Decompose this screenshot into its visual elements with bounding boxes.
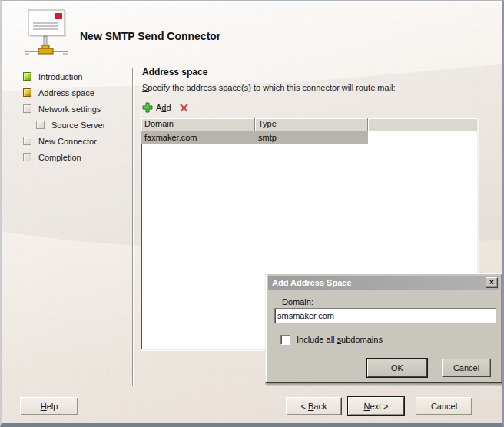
step-status-icon	[23, 72, 32, 81]
dialog-cancel-button[interactable]: Cancel	[442, 359, 491, 377]
sidebar-divider	[132, 68, 133, 386]
instruction-text: Specify the address space(s) to which th…	[142, 83, 396, 92]
next-button[interactable]: Next >	[348, 397, 404, 415]
smtp-connector-icon	[22, 7, 71, 64]
page-title: New SMTP Send Connector	[80, 30, 220, 42]
delete-x-icon	[179, 103, 189, 113]
sidebar-item-new-connector: New Connector	[23, 133, 132, 149]
sidebar-item-address-space: Address space	[23, 84, 132, 101]
add-address-space-dialog: Add Address Space × Domain: Include all …	[265, 273, 502, 383]
column-header-empty[interactable]	[368, 118, 477, 131]
delete-button[interactable]	[179, 103, 189, 113]
close-button[interactable]: ×	[486, 277, 498, 288]
dialog-titlebar[interactable]: Add Address Space ×	[268, 276, 499, 290]
column-header-domain[interactable]: Domain	[141, 118, 255, 131]
add-button[interactable]: Add	[142, 102, 171, 113]
cell-type: smtp	[255, 131, 368, 144]
step-label: Address space	[38, 88, 94, 98]
include-subdomains-checkbox[interactable]	[280, 335, 290, 345]
list-toolbar: Add	[142, 101, 189, 114]
domain-label: Domain:	[282, 297, 313, 306]
step-label: Completion	[38, 153, 81, 162]
step-label: Introduction	[38, 72, 82, 81]
step-status-icon	[23, 137, 32, 145]
plus-icon	[142, 102, 153, 113]
step-status-icon	[23, 88, 32, 97]
ok-button[interactable]: OK	[367, 359, 427, 377]
close-icon: ×	[489, 279, 494, 286]
sidebar-item-network-settings: Network settings	[23, 101, 132, 117]
cancel-button[interactable]: Cancel	[416, 397, 472, 415]
step-label: Network settings	[38, 104, 101, 114]
step-status-icon	[23, 104, 32, 113]
wizard-window: New SMTP Send Connector Introduction Add…	[0, 0, 504, 427]
step-label: New Connector	[38, 137, 97, 146]
column-header-type[interactable]: Type	[255, 118, 368, 131]
sidebar-item-introduction: Introduction	[23, 68, 132, 84]
table-row[interactable]: faxmaker.com smtp	[141, 131, 368, 144]
help-button[interactable]: Help	[20, 397, 78, 415]
section-heading: Address space	[142, 67, 207, 78]
wizard-steps: Introduction Address space Network setti…	[23, 68, 132, 165]
step-status-icon	[23, 153, 32, 161]
step-label: Source Server	[51, 121, 105, 130]
dialog-title: Add Address Space	[272, 278, 352, 287]
step-status-icon	[36, 121, 45, 129]
list-header: Domain Type	[141, 118, 477, 131]
domain-input[interactable]	[274, 308, 496, 323]
back-button[interactable]: < Back	[286, 397, 342, 415]
sidebar-item-source-server: Source Server	[36, 117, 132, 133]
include-subdomains-label: Include all subdomains	[297, 335, 383, 344]
sidebar-item-completion: Completion	[23, 149, 132, 165]
cell-domain: faxmaker.com	[141, 131, 255, 144]
